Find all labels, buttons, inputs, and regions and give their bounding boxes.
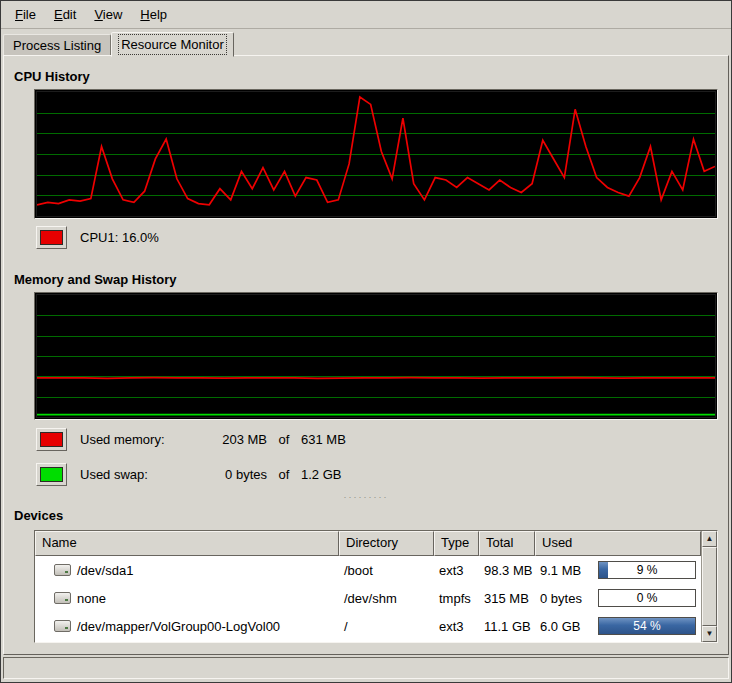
- system-monitor-window: File Edit View Help Process Listing Reso…: [0, 0, 732, 683]
- memory-legend-label: Used memory:: [80, 432, 205, 447]
- device-name: /dev/mapper/VolGroup00-LogVol00: [77, 619, 280, 634]
- notebook-tabs: Process Listing Resource Monitor: [3, 30, 729, 56]
- scroll-up-icon[interactable]: ▲: [702, 531, 717, 547]
- memory-usage-line: [37, 378, 715, 379]
- drive-icon: [54, 564, 71, 576]
- menu-edit[interactable]: Edit: [45, 2, 85, 27]
- devices-table-header: Name Directory Type Total Used: [35, 531, 701, 556]
- devices-table-body: /dev/sda1 /boot ext3 98.3 MB 9.1 MB 9 % …: [35, 556, 701, 642]
- column-header-directory[interactable]: Directory: [339, 531, 434, 556]
- devices-table-main: Name Directory Type Total Used /dev/sda1…: [35, 531, 701, 642]
- device-used-bytes: 9.1 MB: [540, 563, 592, 578]
- cpu-legend: CPU1: 16.0%: [36, 226, 159, 249]
- memory-color-swatch[interactable]: [36, 428, 67, 451]
- device-total: 315 MB: [479, 591, 535, 606]
- swap-legend: Used swap:0 bytesof1.2 GB: [36, 463, 341, 486]
- device-total: 11.1 GB: [479, 619, 535, 634]
- memory-swap-chart: [34, 292, 718, 420]
- cpu-history-chart: [34, 89, 718, 219]
- memory-legend: Used memory:203 MBof631 MB: [36, 428, 346, 451]
- swap-used-value: 0 bytes: [205, 467, 267, 482]
- swap-color: [40, 467, 63, 482]
- device-usage-bar: 0 %: [598, 589, 696, 607]
- device-row-logvol00[interactable]: /dev/mapper/VolGroup00-LogVol00 / ext3 1…: [35, 612, 701, 640]
- memory-chart-area: [36, 294, 716, 418]
- memory-of-label: of: [267, 432, 301, 447]
- cpu-chart-area: [36, 91, 716, 217]
- usage-percent-label: 54 %: [599, 618, 695, 634]
- device-used-bytes: 0 bytes: [540, 591, 592, 606]
- resource-monitor-page: CPU History CPU1: 16.0% Memory and Swap …: [3, 55, 729, 655]
- menu-view[interactable]: View: [85, 2, 131, 27]
- cpu-usage-line: [37, 97, 715, 205]
- device-directory: /: [339, 619, 434, 634]
- device-directory: /boot: [339, 563, 434, 578]
- usage-percent-label: 9 %: [599, 562, 695, 578]
- memory-swap-plot: [37, 295, 715, 417]
- devices-table: Name Directory Type Total Used /dev/sda1…: [34, 530, 718, 643]
- cpu-usage-plot: [37, 92, 715, 216]
- device-total: 98.3 MB: [479, 563, 535, 578]
- memory-color: [40, 432, 63, 447]
- memory-total-value: 631 MB: [301, 432, 346, 447]
- device-type: ext3: [434, 619, 479, 634]
- menu-file[interactable]: File: [6, 2, 45, 27]
- cpu-color: [40, 230, 63, 245]
- column-header-type[interactable]: Type: [434, 531, 479, 556]
- device-type: tmpfs: [434, 591, 479, 606]
- device-type: ext3: [434, 563, 479, 578]
- pane-resize-handle[interactable]: ·········: [4, 493, 728, 501]
- scroll-down-icon[interactable]: ▼: [702, 626, 717, 642]
- device-name: none: [77, 591, 106, 606]
- cpu-color-swatch[interactable]: [36, 226, 67, 249]
- device-usage-bar: 9 %: [598, 561, 696, 579]
- devices-title: Devices: [14, 508, 63, 523]
- status-bar: [3, 657, 729, 679]
- device-name: /dev/sda1: [77, 563, 133, 578]
- memory-used-value: 203 MB: [205, 432, 267, 447]
- column-header-used[interactable]: Used: [535, 531, 701, 556]
- menu-help[interactable]: Help: [131, 2, 176, 27]
- device-row-sda1[interactable]: /dev/sda1 /boot ext3 98.3 MB 9.1 MB 9 %: [35, 556, 701, 584]
- swap-total-value: 1.2 GB: [301, 467, 341, 482]
- vertical-scrollbar: ▲ ▼: [701, 531, 717, 642]
- usage-percent-label: 0 %: [599, 590, 695, 606]
- swap-of-label: of: [267, 467, 301, 482]
- drive-icon: [54, 592, 71, 604]
- device-usage-bar: 54 %: [598, 617, 696, 635]
- swap-color-swatch[interactable]: [36, 463, 67, 486]
- column-header-total[interactable]: Total: [479, 531, 535, 556]
- tab-resource-monitor[interactable]: Resource Monitor: [111, 32, 234, 57]
- memory-history-title: Memory and Swap History: [14, 272, 177, 287]
- device-row-none[interactable]: none /dev/shm tmpfs 315 MB 0 bytes 0 %: [35, 584, 701, 612]
- device-directory: /dev/shm: [339, 591, 434, 606]
- cpu-legend-label: CPU1: 16.0%: [80, 230, 159, 245]
- column-header-name[interactable]: Name: [35, 531, 339, 556]
- scrollbar-thumb[interactable]: [702, 547, 717, 626]
- device-used-bytes: 6.0 GB: [540, 619, 592, 634]
- drive-icon: [54, 620, 71, 632]
- menu-bar: File Edit View Help: [1, 1, 731, 29]
- cpu-history-title: CPU History: [14, 69, 90, 84]
- tab-process-listing[interactable]: Process Listing: [3, 34, 111, 57]
- swap-legend-label: Used swap:: [80, 467, 205, 482]
